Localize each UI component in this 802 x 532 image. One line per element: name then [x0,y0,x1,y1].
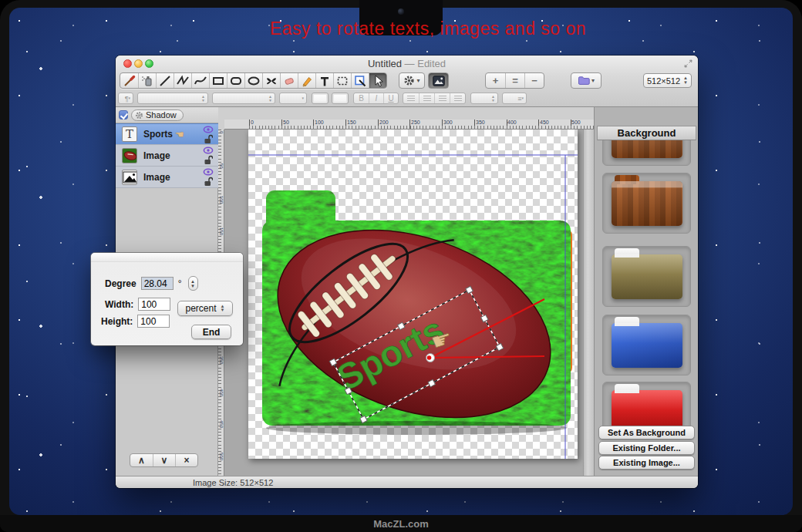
rotate-resize-panel[interactable]: Degree ° ▲▼ Width: Height: percent ▲▼ En… [91,253,243,345]
ellipse-icon [247,74,261,88]
tool-arrow-select[interactable] [369,73,386,88]
add-button[interactable]: + [486,73,505,88]
gear-menu-button[interactable]: ▾ [399,72,425,89]
background-folder-list[interactable] [597,140,696,426]
layer-nav-segment: ∧ ∨ × [130,453,198,467]
align-justify-icon [454,96,462,102]
existing-folder-button[interactable]: Existing Folder... [598,441,695,455]
align-right-icon [439,96,446,102]
list-bullets-popup[interactable]: ≡▾ [502,93,527,104]
tool-rectangle[interactable] [209,73,227,88]
canvas-scene: Sports [248,130,578,459]
tool-text[interactable] [315,73,333,88]
tool-curve[interactable] [191,73,209,88]
spacing-popup[interactable]: ▲▼ [470,93,498,104]
folder-cell-wood-open[interactable] [602,173,691,234]
blue-folder-icon [612,323,682,368]
existing-image-button[interactable]: Existing Image... [598,456,695,470]
horizontal-ruler: 0 50 100 150 200 250 300 350 400 450 500 [224,120,594,130]
eraser-icon [282,74,296,88]
folder-cell-wood-closed[interactable] [602,140,691,166]
text-tool-icon [318,74,332,88]
fill-color-well[interactable] [312,93,329,104]
spray-can-icon [140,74,154,88]
purple-folder-icon [578,76,590,86]
drag-hand-icon: ☚ [175,129,184,140]
insert-image-button[interactable] [428,72,449,89]
window-title: Untitled — Edited [116,58,698,69]
height-input[interactable] [137,315,170,328]
wood-open-folder-icon [612,181,682,226]
folder-cell-red[interactable] [602,382,691,426]
photo-thumb-icon [123,170,136,185]
align-right-button[interactable] [434,93,450,103]
image-icon [433,76,445,86]
unlocked-icon[interactable] [204,177,213,187]
canvas-viewport[interactable]: Sports [224,130,594,476]
end-button[interactable]: End [191,325,231,339]
remove-button[interactable]: − [524,73,544,88]
width-input[interactable] [138,298,170,311]
tool-ellipse[interactable] [244,73,262,88]
tool-magic-select[interactable] [351,73,369,88]
degree-unit: ° [178,278,182,289]
tool-butterfly-shape[interactable] [262,73,280,88]
set-as-background-button[interactable]: Set As Background [598,426,695,439]
visibility-eye-icon[interactable] [203,146,214,154]
bold-button[interactable]: B [354,93,369,103]
layer-up-button[interactable]: ∧ [130,454,153,466]
underline-button[interactable]: U [383,93,398,103]
tool-spray-can[interactable] [138,73,156,88]
tool-eraser[interactable] [280,73,298,88]
title-bar[interactable]: Untitled — Edited [116,56,698,70]
align-left-button[interactable] [403,93,419,103]
font-style-popup[interactable]: ▲▼ [212,93,275,104]
layer-row-image-photo[interactable]: Image [116,167,218,188]
folder-cell-olive[interactable] [602,246,691,307]
unit-popup[interactable]: percent ▲▼ [177,301,233,316]
tool-paintbrush[interactable] [120,73,138,88]
caret-down-icon: ▾ [416,78,420,84]
equal-button[interactable]: = [505,73,524,88]
tool-rounded-rectangle[interactable] [227,73,244,88]
tool-rect-select[interactable] [333,73,351,88]
shadow-row: Shadow [116,107,218,123]
wood-folder-icon [612,140,682,158]
fullscreen-icon[interactable] [684,59,692,68]
list-style-popup[interactable]: ¶▾ [118,93,133,104]
status-bar: Image Size: 512×512 [116,476,698,488]
tool-pencil[interactable] [298,73,315,88]
italic-button[interactable]: I [369,93,383,103]
shadow-button[interactable]: Shadow [131,109,184,121]
canvas-size-popup[interactable]: 512×512 ▲▼ [643,73,692,88]
visibility-eye-icon[interactable] [203,168,214,176]
panel-grab-area[interactable] [91,253,243,262]
folder-cell-blue[interactable] [602,315,691,375]
arrow-cursor-icon [371,74,385,88]
add-equal-remove-segment: + = − [485,72,544,89]
curve-icon [194,74,207,88]
align-justify-button[interactable] [450,93,465,103]
align-center-button[interactable] [419,93,434,103]
unlocked-icon[interactable] [204,134,213,144]
bold-italic-underline-segment: B I U [353,93,399,104]
folder-menu-button[interactable]: ▾ [571,72,602,89]
canvas-scrollbar[interactable] [583,130,594,476]
layer-delete-button[interactable]: × [175,454,197,466]
font-family-popup[interactable]: ▲▼ [137,93,208,104]
font-size-combo[interactable]: ▾ [279,93,307,104]
shadow-checkbox[interactable] [119,110,128,120]
rectangle-icon [211,74,225,88]
layer-row-sports[interactable]: T Sports ☚ [116,123,218,145]
degree-stepper[interactable]: ▲▼ [188,276,198,291]
degree-input[interactable] [141,277,174,290]
tool-polyline[interactable] [174,73,191,88]
layer-row-image-football[interactable]: Image [116,145,218,167]
stroke-color-well[interactable] [332,93,349,104]
photo-layer-thumbnail [122,170,137,185]
unlocked-icon[interactable] [204,155,213,165]
document-canvas[interactable]: Sports [248,130,578,459]
layer-down-button[interactable]: ∨ [153,454,175,466]
tool-line[interactable] [156,73,174,88]
visibility-eye-icon[interactable] [203,126,214,133]
